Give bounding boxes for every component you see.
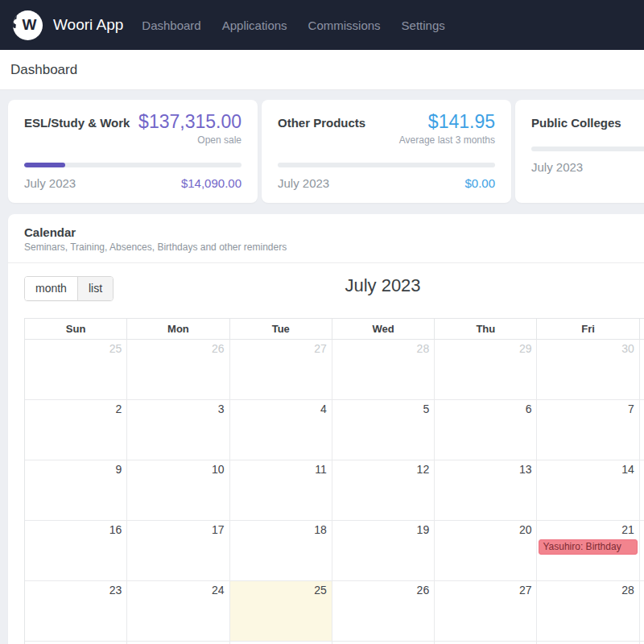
calendar-month-title: July 2023 [24,275,644,296]
day-number: 24 [127,581,229,597]
calendar-day[interactable]: 20 [435,521,537,581]
card-month: July 2023 [278,176,329,190]
day-number: 5 [332,400,434,415]
month-view-button[interactable]: month [25,277,77,300]
day-number: 28 [537,581,638,597]
calendar-day[interactable]: 5 [332,400,435,460]
calendar-day[interactable]: 2 [25,400,127,460]
stat-card-esl: ESL/Study & Work $137,315.00 Open sale J… [8,100,258,203]
app-window: W Woori App Dashboard Applications Commi… [0,0,644,644]
top-navbar: W Woori App Dashboard Applications Commi… [0,0,644,50]
day-number: 2 [25,400,126,415]
stat-cards-row: ESL/Study & Work $137,315.00 Open sale J… [8,100,636,203]
calendar-day[interactable]: 28 [537,581,639,642]
calendar-day[interactable]: 18 [230,521,332,581]
day-number: 13 [435,460,536,476]
card-title: Other Products [278,112,365,146]
woori-logo-icon[interactable]: W [13,10,43,40]
calendar-day[interactable]: 26 [127,340,229,400]
calendar-title: Calendar [24,225,644,239]
page-header: Dashboard [0,50,644,90]
day-number: 12 [332,460,434,476]
day-number: 28 [332,340,434,355]
nav-link-commissions[interactable]: Commissions [308,19,381,32]
calendar-day[interactable]: 29 [640,581,644,642]
day-number: 23 [25,581,126,597]
nav-links: Dashboard Applications Commissions Setti… [142,19,445,32]
calendar-body: month list July 2023 SunMonTueWedThuFriS… [8,263,644,644]
view-switcher: month list [24,276,114,301]
calendar-day[interactable]: 23 [25,581,127,642]
page-title: Dashboard [10,62,634,78]
calendar-day[interactable]: 12 [332,460,435,521]
progress-bar [278,163,495,167]
progress-fill [24,163,65,167]
day-number: 26 [127,340,229,355]
stat-card-other-products: Other Products $141.95 Average last 3 mo… [262,100,511,203]
calendar-day[interactable]: 4 [230,400,332,460]
nav-link-applications[interactable]: Applications [222,19,287,32]
calendar-day[interactable]: 7 [537,400,639,460]
stat-card-public-colleges: Public Colleges July 2023 [515,100,644,203]
day-number: 9 [25,460,126,476]
calendar-day[interactable]: 22 [640,521,644,581]
day-number: 18 [230,521,332,536]
day-number: 7 [537,400,638,415]
card-month: July 2023 [531,160,583,174]
calendar-day-today[interactable]: 25 [230,581,332,642]
day-number: 3 [127,400,229,415]
calendar-grid: SunMonTueWedThuFriSat2526272829301234567… [24,318,644,644]
calendar-day[interactable]: 9 [25,460,127,521]
calendar-day[interactable]: 26 [332,581,435,642]
nav-link-settings[interactable]: Settings [402,19,445,32]
calendar-day[interactable]: 13 [435,460,537,521]
calendar-toolbar: month list July 2023 [24,276,644,305]
list-view-button[interactable]: list [77,277,113,300]
brand-name[interactable]: Woori App [53,16,123,34]
calendar-day[interactable]: 19 [332,521,435,581]
day-header-fri: Fri [537,319,639,340]
calendar-day[interactable]: 10 [127,460,229,521]
logo-letter: W [23,16,36,34]
calendar-day[interactable]: 30 [537,340,639,400]
card-month: July 2023 [24,176,76,190]
day-number: 19 [332,521,434,536]
calendar-day[interactable]: 14 [537,460,639,521]
calendar-day[interactable]: 1 [640,340,644,400]
day-number: 29 [640,581,644,597]
progress-bar [531,147,644,151]
calendar-card: Calendar Seminars, Training, Absences, B… [8,214,644,644]
calendar-day[interactable]: 24 [127,581,229,642]
calendar-day[interactable]: 28 [332,340,435,400]
day-number: 17 [127,521,229,536]
nav-link-dashboard[interactable]: Dashboard [142,19,200,32]
calendar-day[interactable]: 15 [640,460,644,521]
calendar-day[interactable]: 27 [230,340,332,400]
day-number: 6 [435,400,536,415]
day-header-tue: Tue [230,319,332,340]
day-number: 25 [25,340,126,355]
card-amount: $141.95 [399,112,495,132]
day-number: 10 [127,460,229,476]
calendar-day[interactable]: 29 [435,340,537,400]
day-header-mon: Mon [127,319,229,340]
calendar-day[interactable]: 17 [127,521,229,581]
day-header-wed: Wed [332,319,435,340]
day-header-thu: Thu [435,319,537,340]
card-month-amount: $14,090.00 [181,176,242,190]
calendar-day[interactable]: 25 [25,340,127,400]
calendar-day[interactable]: 3 [127,400,229,460]
calendar-day[interactable]: 6 [435,400,537,460]
day-number: 4 [230,400,332,415]
calendar-day[interactable]: 21Yasuhiro: Birthday [537,521,639,581]
day-number: 21 [537,521,638,536]
day-header-sun: Sun [25,319,127,340]
calendar-day[interactable]: 8 [640,400,644,460]
calendar-day[interactable]: 11 [230,460,332,521]
day-header-sat: Sat [640,319,644,340]
day-number: 27 [435,581,536,597]
day-number: 30 [537,340,638,355]
calendar-day[interactable]: 16 [25,521,127,581]
calendar-event[interactable]: Yasuhiro: Birthday [539,539,637,555]
calendar-day[interactable]: 27 [435,581,537,642]
